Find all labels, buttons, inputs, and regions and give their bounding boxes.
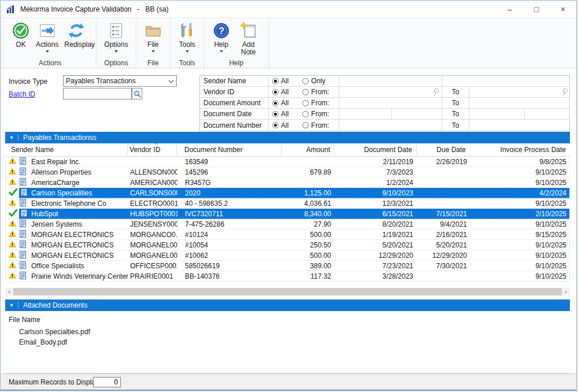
table-row[interactable]: Jensen SystemsJENSENSY00017-475-2628627.… bbox=[6, 219, 569, 230]
radio-range[interactable] bbox=[302, 100, 309, 106]
horizontal-scrollbar[interactable]: ‹ › bbox=[5, 288, 570, 295]
document-icon bbox=[21, 209, 27, 219]
payables-section-bar: ▼ Payables Transactionss bbox=[5, 132, 570, 143]
radio-range[interactable] bbox=[302, 111, 309, 117]
table-row[interactable]: Prairie Winds Veterinary CenterPRAIRIE00… bbox=[6, 271, 569, 282]
valid-check-icon bbox=[9, 188, 17, 198]
warning-icon bbox=[9, 251, 16, 260]
options-button[interactable]: Options bbox=[101, 20, 131, 54]
ok-button[interactable]: OK bbox=[9, 20, 33, 50]
cell-sender: Office Specialists bbox=[31, 262, 128, 270]
attached-file[interactable]: Carlson Specialties.pdf bbox=[19, 327, 90, 337]
filter-label-document-number: Document Number bbox=[200, 120, 269, 131]
window-bottom-accent bbox=[1, 390, 576, 391]
filter-from-field-document-number[interactable] bbox=[339, 120, 442, 131]
collapse-triangle-icon[interactable]: ▼ bbox=[5, 302, 18, 308]
filter-to-field-document-amount[interactable] bbox=[469, 98, 570, 108]
maximize-button[interactable]: □ bbox=[523, 1, 550, 17]
table-row[interactable]: East Repair Inc.1635492/11/20192/26/2019… bbox=[6, 157, 569, 167]
warning-icon bbox=[9, 157, 16, 166]
cell-document-date: 12/3/2021 bbox=[335, 199, 417, 208]
table-row[interactable]: MORGAN ELECTRONICSMORGANEL0007#10062500.… bbox=[6, 250, 569, 261]
actions-button[interactable]: Actions bbox=[33, 20, 61, 54]
scroll-left-arrow[interactable]: ‹ bbox=[5, 288, 13, 295]
radio-all[interactable] bbox=[272, 111, 279, 117]
max-records-input[interactable] bbox=[93, 377, 121, 387]
svg-text:?: ? bbox=[218, 26, 224, 36]
window-title: Mekorma Invoice Capture Validation bbox=[20, 5, 132, 13]
radio-all[interactable] bbox=[272, 122, 279, 128]
cell-sender: East Repair Inc. bbox=[31, 158, 128, 166]
column-header-doc_date[interactable]: Document Date bbox=[335, 143, 417, 156]
range-lookup-icon[interactable] bbox=[561, 88, 569, 98]
attached-documents-list: File Name Carlson Specialties.pdfEmail_B… bbox=[9, 316, 90, 347]
add-note-button[interactable]: Add Note bbox=[234, 20, 264, 57]
cell-document-date: 1/2/2024 bbox=[335, 179, 417, 187]
filter-row-document-date: Document DateAllFrom:To bbox=[200, 109, 569, 120]
table-row[interactable]: AmericaChargeAMERICAN0001R3457G1/2/20249… bbox=[6, 177, 569, 188]
radio-all[interactable] bbox=[272, 100, 279, 106]
range-lookup-icon[interactable] bbox=[432, 88, 440, 98]
scrollbar-thumb[interactable] bbox=[13, 288, 562, 295]
batch-id-input[interactable] bbox=[63, 88, 132, 99]
cell-document-date: 7/3/2023 bbox=[335, 168, 417, 176]
radio-all[interactable] bbox=[272, 78, 279, 84]
cell-document-date: 2/11/2019 bbox=[335, 158, 417, 166]
column-header-due_date[interactable]: Due Date bbox=[417, 143, 470, 156]
cell-amount: 250.50 bbox=[282, 241, 335, 249]
file-name-column-header: File Name bbox=[9, 316, 90, 324]
column-header-doc_number[interactable]: Document Number bbox=[177, 143, 281, 156]
help-button[interactable]: ?Help bbox=[209, 20, 234, 54]
radio-range[interactable] bbox=[302, 89, 309, 95]
radio-range[interactable] bbox=[302, 122, 309, 128]
filter-from-field-document-amount[interactable] bbox=[339, 98, 442, 108]
tools-button[interactable]: Tools bbox=[175, 20, 199, 54]
filter-to-field-document-date[interactable] bbox=[469, 109, 570, 119]
row-status-icons bbox=[6, 209, 31, 219]
toolbar-group-label: Help bbox=[205, 59, 268, 67]
filter-to-field-document-number[interactable] bbox=[469, 120, 570, 131]
radio-range[interactable] bbox=[302, 78, 309, 84]
table-row[interactable]: MORGAN ELECTRONICSMORGANCO0...#10124500.… bbox=[6, 230, 569, 240]
filter-label-document-date: Document Date bbox=[200, 109, 269, 119]
collapse-triangle-icon[interactable]: ▼ bbox=[5, 135, 18, 140]
invoice-type-select[interactable]: Payables Transactions bbox=[63, 75, 177, 87]
batch-id-lookup-button[interactable] bbox=[132, 88, 142, 99]
table-row[interactable]: MORGAN ELECTRONICSMORGANEL0007#10054250.… bbox=[6, 240, 569, 250]
toolbar-button-label: Help bbox=[214, 41, 228, 49]
table-row[interactable]: Office SpecialistsOFFICESP00015850266193… bbox=[6, 261, 569, 271]
window-controls: – □ × bbox=[497, 1, 576, 17]
scroll-right-arrow[interactable]: › bbox=[562, 288, 570, 295]
table-row[interactable]: Electronic Telephone CoELECTRO000140 - 5… bbox=[6, 198, 569, 209]
radio-all[interactable] bbox=[272, 89, 279, 95]
table-row[interactable]: Allenson PropertiesALLENSON0001145296679… bbox=[6, 167, 569, 177]
document-icon bbox=[20, 230, 26, 239]
toolbar-group-tools: ToolsTools bbox=[171, 18, 205, 68]
filter-row-document-amount: Document AmountAllFrom:To bbox=[200, 98, 569, 109]
file-button[interactable]: File bbox=[141, 20, 165, 54]
ok-icon bbox=[12, 21, 30, 40]
column-header-vendor_id[interactable]: Vendor ID^ bbox=[128, 143, 177, 156]
filter-from-field-document-date[interactable] bbox=[339, 109, 442, 119]
minimize-button[interactable]: – bbox=[497, 1, 523, 17]
filter-to-field-vendor-id[interactable] bbox=[469, 87, 570, 97]
batch-id-link[interactable]: Batch ID bbox=[9, 90, 35, 98]
filter-from-field-sender-name[interactable] bbox=[339, 76, 442, 86]
row-status-icons bbox=[6, 168, 31, 177]
cell-vendor-id: MORGANEL0007 bbox=[128, 252, 177, 260]
cell-amount: 8,340.00 bbox=[282, 210, 335, 218]
cell-vendor-id: ELECTRO0001 bbox=[128, 199, 177, 208]
column-header-amount[interactable]: Amount bbox=[281, 143, 335, 156]
filter-from-field-vendor-id[interactable] bbox=[339, 87, 442, 97]
filter-extra-field-sender-name[interactable] bbox=[442, 76, 570, 86]
table-row[interactable]: Carlson SpecialitiesCARLSONS000120201,12… bbox=[6, 188, 569, 198]
close-button[interactable]: × bbox=[550, 1, 576, 17]
column-header-process_date[interactable]: Invoice Process Date bbox=[470, 143, 570, 156]
attached-file[interactable]: Email_Body.pdf bbox=[19, 337, 90, 347]
cell-document-number: 40 - 598635 2 bbox=[177, 199, 282, 208]
toolbar-button-label: File bbox=[147, 41, 158, 49]
redisplay-button[interactable]: Redisplay bbox=[61, 20, 91, 50]
toolbar-group-options: OptionsOptions bbox=[97, 18, 136, 68]
column-header-sender[interactable]: Sender Name bbox=[5, 143, 128, 156]
table-row[interactable]: HubSpotHUBSPOT0001IVC73207118,340.006/15… bbox=[6, 209, 569, 219]
